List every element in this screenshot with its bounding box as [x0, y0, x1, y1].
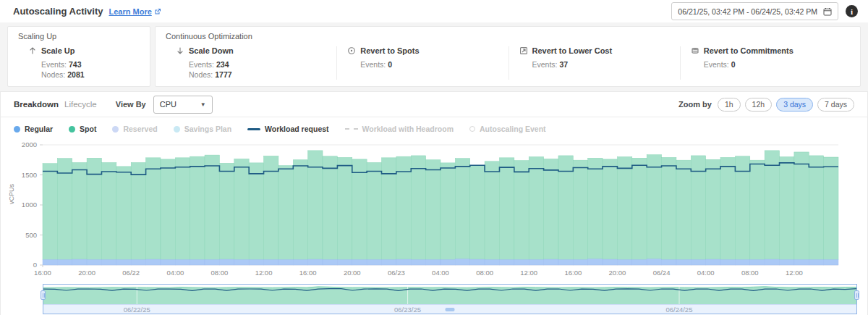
svg-text:0: 0: [33, 261, 37, 269]
zoom-by-label: Zoom by: [678, 100, 712, 109]
legend-dot-icon: [174, 126, 180, 133]
svg-text:08:00: 08:00: [741, 269, 759, 277]
svg-text:16:00: 16:00: [299, 269, 317, 277]
zoom-option-1h[interactable]: 1h: [718, 98, 741, 112]
view-by-select[interactable]: CPU ▼: [153, 96, 213, 114]
legend-item-autoscaling-event[interactable]: Autoscaling Event: [469, 125, 546, 133]
svg-text:08:00: 08:00: [211, 269, 229, 277]
minimap-drag-thumb[interactable]: [446, 308, 455, 311]
stat-items: Scale Down Events:234Nodes:1777 Revert t…: [166, 46, 851, 80]
arrow-down-icon: [176, 46, 184, 55]
date-range-picker[interactable]: 06/21/25, 03:42 PM - 06/24/25, 03:42 PM: [671, 2, 838, 20]
legend-label: Autoscaling Event: [480, 125, 546, 133]
svg-text:16:00: 16:00: [34, 269, 51, 277]
stat-metric: Events:0: [360, 59, 503, 70]
stat-revert-to-spots: Revert to Spots Events:0: [336, 46, 508, 80]
svg-text:1500: 1500: [22, 171, 37, 179]
svg-text:12:00: 12:00: [255, 269, 273, 277]
learn-more-label: Learn More: [109, 7, 151, 16]
stat-revert-to-lower-cost: Revert to Lower Cost Events:37: [509, 46, 680, 80]
stat-metric: Events:234: [189, 59, 332, 70]
view-by-label: View By: [116, 100, 146, 109]
stat-head: Scale Up: [28, 46, 137, 55]
legend-item-regular[interactable]: Regular: [14, 125, 53, 133]
legend-item-reserved[interactable]: Reserved: [112, 125, 157, 133]
svg-text:06/22: 06/22: [122, 269, 140, 277]
svg-text:16:00: 16:00: [564, 269, 582, 277]
chevron-down-icon: ▼: [200, 101, 206, 108]
learn-more-link[interactable]: Learn More: [109, 7, 161, 16]
legend-circle-icon: [469, 126, 475, 132]
main-chart-svg[interactable]: 050010001500200016:0020:0006/2204:0008:0…: [7, 136, 860, 280]
commitments-icon: [691, 46, 699, 55]
legend-label: Spot: [80, 125, 96, 133]
info-icon[interactable]: i: [846, 5, 858, 17]
legend-label: Workload with Headroom: [362, 125, 454, 133]
chart-controls: Breakdown Lifecycle View By CPU ▼ Zoom b…: [1, 92, 867, 117]
stat-metrics: Events:0: [360, 59, 503, 70]
zoom-option-3-days[interactable]: 3 days: [776, 98, 813, 112]
svg-text:04:00: 04:00: [166, 269, 184, 277]
stat-head: Scale Down: [176, 46, 332, 55]
svg-text:20:00: 20:00: [609, 269, 626, 277]
svg-text:12:00: 12:00: [786, 269, 803, 277]
stat-revert-to-commitments: Revert to Commitments Events:0: [680, 46, 851, 80]
zoom-option-12h[interactable]: 12h: [745, 98, 773, 112]
minimap-chart: [43, 285, 856, 304]
minimap-date-strip: 06/22/2506/23/2506/24/25: [43, 304, 856, 314]
card-title: Scaling Up: [18, 32, 141, 41]
minimap-right-handle[interactable]: [854, 290, 859, 300]
stat-label: Scale Down: [189, 46, 234, 55]
legend-label: Savings Plan: [184, 125, 231, 133]
calendar-icon: [823, 7, 832, 16]
stat-metric: Events:743: [41, 59, 137, 70]
svg-text:20:00: 20:00: [344, 269, 361, 277]
tab-breakdown[interactable]: Breakdown: [14, 100, 59, 109]
svg-text:500: 500: [25, 231, 37, 239]
date-range-value: 06/21/25, 03:42 PM - 06/24/25, 03:42 PM: [678, 7, 817, 16]
minimap-date-label: 06/24/25: [665, 306, 692, 314]
svg-text:04:00: 04:00: [432, 269, 449, 277]
stats-row: Scaling Up Scale Up Events:743Nodes:2081…: [0, 22, 868, 91]
legend-item-workload-with-headroom[interactable]: Workload with Headroom: [345, 125, 454, 133]
stat-label: Scale Up: [41, 46, 75, 55]
stat-metric: Events:37: [532, 59, 676, 70]
chart-legend: RegularSpotReservedSavings PlanWorkload …: [1, 117, 867, 135]
zoom-option-7-days[interactable]: 7 days: [817, 98, 854, 112]
stat-head: Revert to Lower Cost: [519, 46, 676, 55]
stat-label: Revert to Lower Cost: [532, 46, 613, 55]
external-link-icon: [154, 8, 161, 15]
svg-text:08:00: 08:00: [476, 269, 493, 277]
y-axis-label: vCPUs: [8, 184, 15, 204]
stat-metrics: Events:0: [704, 59, 847, 70]
minimap-left-handle[interactable]: [41, 290, 46, 300]
legend-label: Regular: [25, 125, 53, 133]
legend-item-savings-plan[interactable]: Savings Plan: [174, 125, 231, 133]
page-title: Autoscaling Activity: [13, 6, 103, 17]
stat-metrics: Events:743Nodes:2081: [41, 59, 137, 80]
minimap-brush[interactable]: 06/22/2506/23/2506/24/25: [43, 284, 857, 314]
legend-item-workload-request[interactable]: Workload request: [247, 125, 329, 133]
svg-text:06/23: 06/23: [388, 269, 405, 277]
svg-text:2000: 2000: [22, 140, 37, 148]
legend-dot-icon: [14, 126, 20, 133]
card-title: Continuous Optimization: [166, 32, 851, 41]
minimap-date-label: 06/22/25: [124, 306, 150, 314]
svg-text:06/24: 06/24: [653, 269, 671, 277]
lower-cost-icon: [519, 46, 528, 55]
zoom-by-group: Zoom by 1h12h3 days7 days: [678, 98, 854, 112]
view-by-value: CPU: [160, 100, 176, 109]
svg-text:20:00: 20:00: [78, 269, 95, 277]
legend-item-spot[interactable]: Spot: [69, 125, 96, 133]
legend-dot-icon: [112, 126, 119, 133]
chart-panel: Breakdown Lifecycle View By CPU ▼ Zoom b…: [0, 91, 868, 315]
arrow-up-icon: [28, 46, 37, 55]
stat-metric: Nodes:1777: [189, 70, 332, 80]
legend-label: Workload request: [265, 125, 329, 133]
stat-head: Revert to Spots: [347, 46, 503, 55]
svg-text:12:00: 12:00: [520, 269, 537, 277]
stat-group-continuous-optimization: Continuous Optimization Scale Down Event…: [155, 26, 861, 87]
stat-metric: Events:0: [704, 59, 847, 70]
tab-lifecycle[interactable]: Lifecycle: [64, 100, 97, 109]
main-chart: vCPUs 050010001500200016:0020:0006/2204:…: [1, 135, 867, 282]
